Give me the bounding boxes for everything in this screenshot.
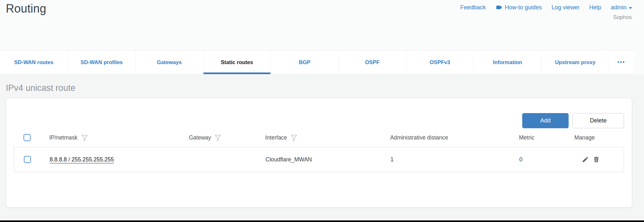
section-title: IPv4 unicast route: [6, 83, 644, 93]
content-area: IPv4 unicast route Add Delete IP/netmask…: [0, 75, 644, 222]
column-metric: Metric: [519, 134, 574, 141]
header-links: Feedback How-to guides Log viewer Help a…: [460, 4, 632, 11]
tab-ospfv3[interactable]: OSPFv3: [406, 50, 474, 74]
pencil-icon[interactable]: [582, 156, 589, 163]
administrative-distance-cell: 1: [390, 156, 519, 163]
video-camera-icon: [495, 4, 503, 11]
admin-user-menu[interactable]: admin: [611, 4, 632, 11]
select-all-cell: [14, 134, 49, 141]
tab-static-routes[interactable]: Static routes: [203, 50, 271, 74]
table-header-row: IP/netmask Gateway Interface Administrat…: [14, 128, 624, 147]
feedback-link[interactable]: Feedback: [460, 4, 486, 11]
column-interface: Interface: [265, 133, 390, 142]
column-gateway: Gateway: [189, 133, 265, 142]
tab-sd-wan-routes[interactable]: SD-WAN routes: [0, 50, 68, 74]
chevron-down-icon: [629, 4, 632, 11]
interface-cell: Cloudflare_MWAN: [265, 156, 390, 163]
tab-ospf[interactable]: OSPF: [338, 50, 406, 74]
log-viewer-link[interactable]: Log viewer: [552, 4, 580, 11]
tab-bgp[interactable]: BGP: [271, 50, 338, 74]
screen-bottom-edge: [0, 220, 644, 222]
column-administrative-distance: Administrative distance: [390, 134, 519, 141]
column-manage: Manage: [574, 134, 624, 141]
page-header: Routing Feedback How-to guides Log viewe…: [0, 0, 644, 50]
tab-sd-wan-profiles[interactable]: SD-WAN profiles: [68, 50, 135, 74]
tab-gateways[interactable]: Gateways: [135, 50, 203, 74]
help-link[interactable]: Help: [589, 4, 601, 11]
ip-netmask-cell: 8.8.8.8 / 255.255.255.255: [50, 156, 189, 163]
howto-guides-link[interactable]: How-to guides: [495, 4, 542, 11]
row-checkbox[interactable]: [24, 156, 31, 163]
metric-cell: 0: [519, 156, 575, 163]
row-select-cell: [14, 156, 50, 163]
table-toolbar: Add Delete: [14, 113, 624, 128]
funnel-filter-icon[interactable]: [215, 133, 221, 142]
funnel-filter-icon[interactable]: [82, 133, 88, 142]
tab-upstream-proxy[interactable]: Upstream proxy: [541, 50, 609, 74]
funnel-filter-icon[interactable]: [291, 133, 297, 142]
tabs-overflow-button[interactable]: •••: [609, 50, 633, 74]
route-link[interactable]: 8.8.8.8 / 255.255.255.255: [50, 156, 114, 163]
select-all-checkbox[interactable]: [24, 134, 31, 141]
manage-cell: [575, 156, 624, 163]
tab-bar: SD-WAN routes SD-WAN profiles Gateways S…: [0, 50, 633, 74]
add-button[interactable]: Add: [522, 113, 569, 128]
delete-button[interactable]: Delete: [572, 113, 624, 128]
brand-label: Sophos: [613, 14, 632, 21]
tab-information[interactable]: Information: [474, 50, 541, 74]
table-row: 8.8.8.8 / 255.255.255.255 Cloudflare_MWA…: [14, 147, 624, 172]
column-ip-netmask: IP/netmask: [49, 133, 189, 142]
routes-card: Add Delete IP/netmask Gateway Interfac: [6, 98, 632, 208]
trash-icon[interactable]: [593, 156, 600, 163]
page-title: Routing: [6, 2, 46, 15]
